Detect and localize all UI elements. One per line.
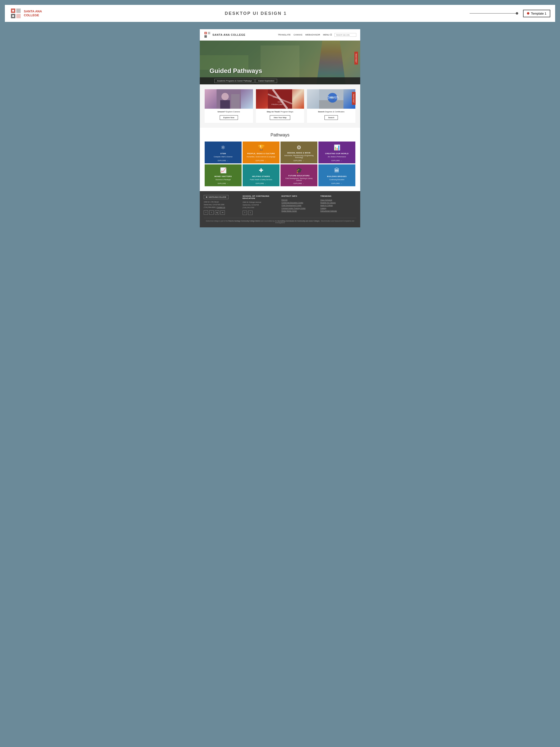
ce-social-twitter[interactable]: t <box>248 211 252 215</box>
card-student-image <box>205 89 253 109</box>
pathway-bridges[interactable]: 🏛 BUILDING BRIDGES Continuing Education … <box>318 164 355 186</box>
pathway-money[interactable]: 📈 MONEY MATTERS Business & Paralegal EXP… <box>205 164 242 186</box>
footer-trending-title: TRENDING <box>320 195 356 197</box>
footer-catalog[interactable]: Catalog <box>320 207 326 209</box>
money-explore[interactable]: EXPLORE <box>218 183 229 184</box>
people-sub: Humanities, Social sciences & Language <box>247 156 275 158</box>
logo-text-line2: COLLEGE <box>24 14 42 17</box>
footer-apply[interactable]: Apply to College <box>320 205 333 206</box>
card-explore: Unsure? Explore Careers Explore Now <box>205 89 253 123</box>
footer-rsccd-link[interactable]: Rancho Santiago Community College Distri… <box>229 220 260 222</box>
progress-indicator <box>470 13 518 14</box>
footer-address2: Santa Ana, CA 92706-3398 <box>204 203 240 206</box>
social-instagram[interactable]: ig <box>215 210 219 215</box>
pathways-grid: ⚛ STEM Computer, Math & Science EXPLORE … <box>205 141 355 186</box>
bridges-icon: 🏛 <box>334 167 340 174</box>
educators-explore[interactable]: EXPLORE <box>294 183 304 184</box>
pathway-people[interactable]: 🏆 PEOPLE, IDEAS & CULTURE Humanities, So… <box>243 141 279 163</box>
design-name: DESIGN, MAKE & MOVE <box>287 152 311 154</box>
card-search-image: 🔍 Search <box>307 89 355 109</box>
footer-criminal[interactable]: Criminal Justice Training Center <box>282 207 305 209</box>
pathway-educators[interactable]: 🎓 FUTURE EDUCATORS Child Development, Te… <box>281 164 317 186</box>
card-search-bold: Search <box>318 111 324 113</box>
card-explore-bold: Unsure? <box>217 111 225 113</box>
pathways-title: Pathways <box>205 132 355 138</box>
footer-ce-title: SCHOOL OF CONTINUING EDUCATION <box>243 195 278 199</box>
footer-address1: 1530 W. 17th Street <box>204 201 240 203</box>
nav-webadvisor[interactable]: WEBADVISOR <box>305 33 320 36</box>
site-logo-icon <box>204 31 211 38</box>
main-content: SANTA ANA COLLEGE TRANSLATE CANVAS WEBAD… <box>200 29 360 227</box>
people-explore[interactable]: EXPLORE <box>256 160 266 161</box>
creating-name: CREATING OUR WORLD <box>325 152 349 155</box>
hero-tab-career[interactable]: Career Exploration <box>256 79 277 83</box>
social-facebook[interactable]: f <box>204 210 208 215</box>
people-icon: 🏆 <box>258 145 264 151</box>
sac-logo-icon <box>10 7 22 20</box>
svg-point-13 <box>221 93 229 100</box>
social-twitter[interactable]: t <box>209 210 214 215</box>
footer-ce-address2: Santa Ana, CA 92704 <box>243 204 278 206</box>
pathway-creating[interactable]: 📊 CREATING OUR WORLD Art, Media & Perfor… <box>318 141 355 163</box>
cards-grid: Unsure? Explore Careers Explore Now iSto… <box>205 89 355 123</box>
creating-sub: Art, Media & Performance <box>328 156 346 158</box>
template-label: Template 1 <box>531 12 546 15</box>
template-badge[interactable]: Template 1 <box>523 10 550 17</box>
design-explore[interactable]: EXPLORE <box>294 160 304 161</box>
footer-child-dev[interactable]: Child Development Center <box>282 205 301 206</box>
money-icon: 📈 <box>220 167 226 174</box>
svg-rect-9 <box>205 35 207 38</box>
footer-contact-link[interactable]: Contact Us <box>217 206 225 208</box>
footer-college-col: 🏛 SANTA ANA COLLEGE 1530 W. 17th Street … <box>204 195 240 215</box>
footer-trending-col: TRENDING Class Schedule Register for Cla… <box>320 195 356 215</box>
footer-class-schedule[interactable]: Class Schedule <box>320 199 332 201</box>
footer-rsccd[interactable]: RSCCD <box>282 199 288 201</box>
need-help-sidebar[interactable]: Need Help? <box>352 92 355 105</box>
footer-college-box: 🏛 SANTA ANA COLLEGE <box>204 195 229 199</box>
top-bar-title: DESKTOP UI DESIGN 1 <box>47 11 465 16</box>
pathway-helping[interactable]: ✚ HELPING OTHERS Public Health & Safety … <box>243 164 279 186</box>
hero-title: Guided Pathways <box>210 67 262 75</box>
educators-icon: 🎓 <box>296 167 302 174</box>
svg-rect-15 <box>231 94 240 109</box>
nav-canvas[interactable]: CANVAS <box>294 33 302 36</box>
footer-district-title: DISTRICT INFO <box>282 195 317 197</box>
footer-bottom-mid: and is accredited by the <box>261 220 277 222</box>
card-explore-text: Unsure? Explore Careers <box>205 111 253 113</box>
explore-now-button[interactable]: Explore Now <box>220 115 238 120</box>
footer-instructional[interactable]: Instructional Calendar <box>320 210 337 212</box>
svg-point-6 <box>12 15 14 17</box>
footer-accrediting-link[interactable]: Accrediting Commission for Community and… <box>277 220 320 222</box>
need-help-button[interactable]: Need Help? <box>354 52 358 65</box>
site-logo-text: SANTA ANA COLLEGE <box>212 33 245 36</box>
view-map-button[interactable]: View Your Map <box>270 115 290 120</box>
nav-translate[interactable]: TRANSLATE <box>278 33 290 36</box>
social-linkedin[interactable]: in <box>220 210 225 215</box>
ce-social-facebook[interactable]: f <box>243 211 247 215</box>
helping-sub: Public Health & Safety Services <box>250 179 272 181</box>
search-button[interactable]: Search <box>324 115 338 120</box>
hero-tab-programs[interactable]: Academic Programs & Career Pathways <box>214 79 255 83</box>
cards-section: Need Help? Unsure? Explore Careers Explo… <box>200 84 360 128</box>
footer-centennial[interactable]: Centennial Education Center <box>282 202 303 204</box>
pathway-design[interactable]: ⚙ DESIGN, MAKE & MOVE Automotive, Manufa… <box>281 141 317 163</box>
footer-phone: (714) 564-6000 <box>204 206 215 208</box>
pathway-stem[interactable]: ⚛ STEM Computer, Math & Science EXPLORE <box>205 141 242 163</box>
search-input[interactable] <box>335 33 356 37</box>
svg-text:Search: Search <box>328 95 338 99</box>
footer-college-icon: 🏛 <box>206 196 208 198</box>
stem-explore[interactable]: EXPLORE <box>218 160 229 161</box>
card-track-bold: Stay on Track! <box>267 111 280 113</box>
helping-icon: ✚ <box>259 167 263 174</box>
footer-register[interactable]: Register for Classes <box>320 202 336 204</box>
money-name: MONEY MATTERS <box>214 175 232 178</box>
nav-menu[interactable]: MENU ☰ <box>323 33 332 36</box>
footer-digital[interactable]: Digital Media Center <box>282 210 297 212</box>
footer: 🏛 SANTA ANA COLLEGE 1530 W. 17th Street … <box>200 191 360 227</box>
svg-rect-3 <box>16 8 21 13</box>
creating-explore[interactable]: EXPLORE <box>331 160 342 161</box>
helping-explore[interactable]: EXPLORE <box>256 183 266 184</box>
nav-links: TRANSLATE CANVAS WEBADVISOR MENU ☰ <box>278 33 332 36</box>
card-track-image: iStock iStock FINISH LINE <box>256 89 304 109</box>
bridges-explore[interactable]: EXPLORE <box>331 183 342 184</box>
